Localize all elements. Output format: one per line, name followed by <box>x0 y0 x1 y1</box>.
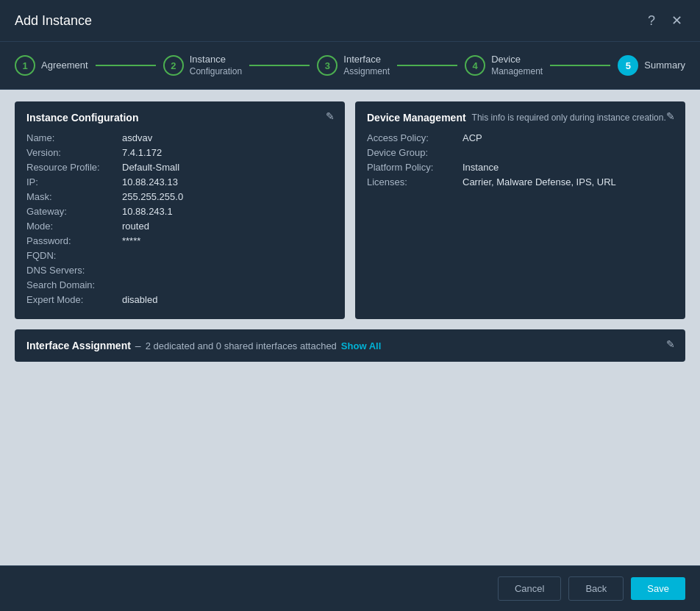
interface-assignment-title: Interface Assignment – 2 dedicated and 0… <box>26 340 674 351</box>
modal-header: Add Instance ? ✕ <box>0 0 700 42</box>
instance-config-panel: Instance Configuration ✎ Name:asdvavVers… <box>15 101 345 319</box>
step-4: 4 Device Management <box>465 54 543 77</box>
field-label: Search Domain: <box>26 279 122 290</box>
step-1-circle: 1 <box>15 55 35 76</box>
device-management-edit-button[interactable]: ✎ <box>666 110 675 122</box>
show-all-link[interactable]: Show All <box>341 340 381 351</box>
field-value: Instance <box>463 162 499 173</box>
device-field-row: Access Policy:ACP <box>367 132 674 143</box>
interface-assignment-edit-button[interactable]: ✎ <box>666 338 675 350</box>
instance-config-title: Instance Configuration <box>26 112 333 124</box>
top-panels: Instance Configuration ✎ Name:asdvavVers… <box>15 101 685 319</box>
instance-field-row: FQDN: <box>26 250 333 261</box>
step-3: 3 Interface Assignment <box>317 54 390 77</box>
field-value: 10.88.243.1 <box>122 206 173 217</box>
device-management-subtitle: This info is required only during instan… <box>472 112 666 123</box>
step-4-label: Device Management <box>491 54 543 77</box>
field-label: Platform Policy: <box>367 162 463 173</box>
step-5-label: Summary <box>644 60 685 72</box>
field-label: Mask: <box>26 191 122 202</box>
field-value: routed <box>122 221 149 232</box>
field-label: Device Group: <box>367 147 463 158</box>
field-value: disabled <box>122 294 157 305</box>
instance-config-fields: Name:asdvavVersion:7.4.1.172Resource Pro… <box>26 132 333 305</box>
field-label: IP: <box>26 176 122 187</box>
instance-field-row: IP:10.88.243.13 <box>26 176 333 187</box>
back-button[interactable]: Back <box>568 576 624 601</box>
field-label: Password: <box>26 235 122 246</box>
save-button[interactable]: Save <box>631 577 685 600</box>
step-3-circle: 3 <box>317 55 338 76</box>
connector-3-4 <box>397 65 457 66</box>
device-field-row: Platform Policy:Instance <box>367 162 674 173</box>
field-label: Gateway: <box>26 206 122 217</box>
instance-field-row: Resource Profile:Default-Small <box>26 162 333 173</box>
interface-assignment-panel: Interface Assignment – 2 dedicated and 0… <box>15 329 685 362</box>
instance-field-row: DNS Servers: <box>26 265 333 276</box>
field-label: Licenses: <box>367 176 463 187</box>
instance-field-row: Name:asdvav <box>26 132 333 143</box>
cancel-button[interactable]: Cancel <box>498 576 561 601</box>
field-label: Mode: <box>26 221 122 232</box>
step-2-circle: 2 <box>163 55 184 76</box>
field-value: asdvav <box>122 132 152 143</box>
instance-config-edit-button[interactable]: ✎ <box>326 110 335 122</box>
instance-field-row: Gateway:10.88.243.1 <box>26 206 333 217</box>
field-value: 7.4.1.172 <box>122 147 162 158</box>
step-2-label: Instance Configuration <box>190 54 242 77</box>
step-5: 5 Summary <box>618 55 685 76</box>
device-management-title: Device Management This info is required … <box>367 112 674 124</box>
connector-2-3 <box>249 65 310 66</box>
field-label: Version: <box>26 147 122 158</box>
step-3-label: Interface Assignment <box>343 54 390 77</box>
step-1-label: Agreement <box>41 60 88 72</box>
instance-field-row: Mask:255.255.255.0 <box>26 191 333 202</box>
modal-title: Add Instance <box>15 13 92 29</box>
stepper: 1 Agreement 2 Instance Configuration 3 I… <box>0 42 700 90</box>
instance-field-row: Search Domain: <box>26 279 333 290</box>
connector-1-2 <box>96 65 156 66</box>
device-field-row: Licenses:Carrier, Malware Defense, IPS, … <box>367 176 674 187</box>
instance-field-row: Password:***** <box>26 235 333 246</box>
step-2: 2 Instance Configuration <box>163 54 242 77</box>
field-value: Default-Small <box>122 162 179 173</box>
content-area: Instance Configuration ✎ Name:asdvavVers… <box>0 90 700 565</box>
field-label: Name: <box>26 132 122 143</box>
field-value: Carrier, Malware Defense, IPS, URL <box>463 176 616 187</box>
step-5-circle: 5 <box>618 55 638 76</box>
close-icon: ✕ <box>671 12 682 29</box>
interface-assignment-desc: 2 dedicated and 0 shared interfaces atta… <box>146 340 337 351</box>
header-icons: ? ✕ <box>643 12 685 29</box>
instance-field-row: Mode:routed <box>26 221 333 232</box>
footer: Cancel Back Save <box>0 565 700 611</box>
device-management-panel: Device Management This info is required … <box>355 101 685 319</box>
field-label: FQDN: <box>26 250 122 261</box>
step-1: 1 Agreement <box>15 55 88 76</box>
connector-4-5 <box>550 65 610 66</box>
field-value: 255.255.255.0 <box>122 191 183 202</box>
add-instance-modal: Add Instance ? ✕ 1 Agreement 2 <box>0 0 700 611</box>
instance-field-row: Expert Mode:disabled <box>26 294 333 305</box>
field-label: DNS Servers: <box>26 265 122 276</box>
device-management-fields: Access Policy:ACPDevice Group:Platform P… <box>367 132 674 187</box>
close-button[interactable]: ✕ <box>668 12 685 29</box>
field-label: Expert Mode: <box>26 294 122 305</box>
field-value: ***** <box>122 235 140 246</box>
help-button[interactable]: ? <box>643 12 660 29</box>
help-icon: ? <box>648 13 655 29</box>
device-field-row: Device Group: <box>367 147 674 158</box>
field-value: 10.88.243.13 <box>122 176 178 187</box>
field-label: Access Policy: <box>367 132 463 143</box>
field-value: ACP <box>463 132 482 143</box>
instance-field-row: Version:7.4.1.172 <box>26 147 333 158</box>
step-4-circle: 4 <box>465 55 485 76</box>
field-label: Resource Profile: <box>26 162 122 173</box>
